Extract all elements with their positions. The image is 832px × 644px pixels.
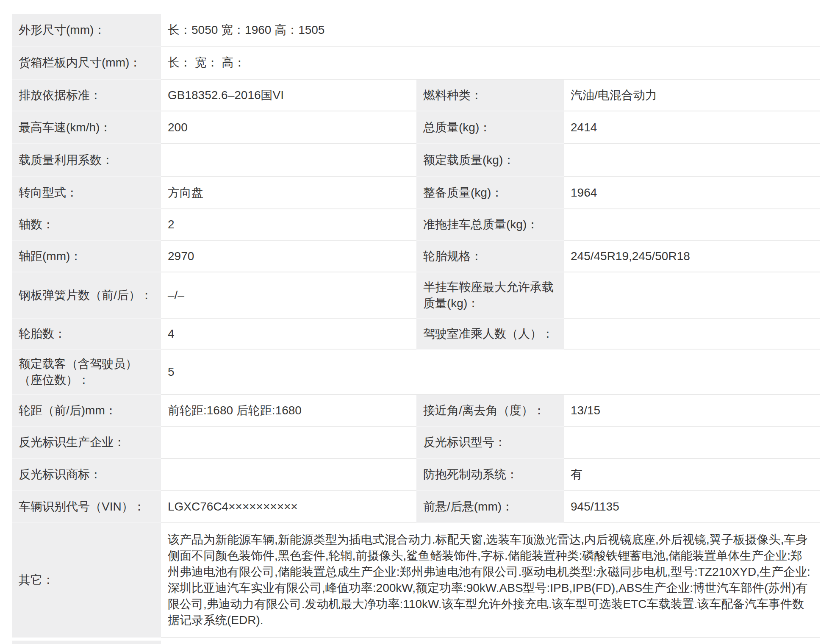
- row-value: [161, 144, 416, 177]
- row-label: 轴数：: [12, 209, 161, 241]
- row-label: 额定载质量(kg)：: [416, 144, 564, 177]
- row-value-text: 4: [168, 326, 175, 342]
- row-label: 货箱栏板内尺寸(mm)：: [12, 47, 161, 80]
- spec-row: 转向型式：方向盘整备质量(kg)：1964: [12, 177, 819, 209]
- row-value-text: 前轮距:1680 后轮距:1680: [168, 402, 302, 419]
- spec-row: 最高车速(km/h)：200总质量(kg)：2414: [12, 111, 819, 144]
- next-row-partial: [12, 641, 820, 644]
- row-value: 方向盘: [161, 177, 416, 209]
- row-label: 轮胎规格：: [416, 241, 564, 272]
- row-label: 准拖挂车总质量(kg)：: [416, 209, 564, 241]
- row-value: [564, 427, 820, 459]
- row-value: 长： 宽： 高：: [161, 47, 820, 80]
- row-label: 排放依据标准：: [12, 80, 161, 111]
- row-value: [161, 427, 416, 459]
- row-value: 4: [161, 319, 416, 350]
- row-label-text: 外形尺寸(mm)：: [19, 22, 105, 38]
- spec-row: 反光标识生产企业：反光标识型号：: [12, 427, 819, 459]
- row-label-text: 额定载客（含驾驶员） （座位数）：: [19, 356, 137, 388]
- row-value-text: 2: [168, 217, 175, 233]
- row-label-text: 转向型式：: [19, 185, 78, 201]
- row-label-text: 整备质量(kg)：: [423, 185, 503, 201]
- row-value-text: GB18352.6–2016国VI: [168, 87, 284, 103]
- row-value-text: 945/1135: [571, 499, 619, 515]
- spec-row: 其它：该产品为新能源车辆,新能源类型为插电式混合动力.标配天窗,选装车顶激光雷达…: [12, 523, 819, 638]
- row-value: 2: [161, 209, 416, 241]
- row-value-text: 13/15: [571, 402, 600, 419]
- row-value: [564, 319, 820, 350]
- row-value-text: 2414: [571, 119, 597, 136]
- row-label: 总质量(kg)：: [416, 111, 564, 144]
- spec-row: 轴距(mm)：2970轮胎规格：245/45R19,245/50R18: [12, 241, 819, 272]
- row-value: [564, 272, 820, 319]
- row-label: 最高车速(km/h)：: [12, 111, 161, 144]
- row-label-text: 其它：: [19, 572, 54, 588]
- row-label-text: 反光标识型号：: [423, 434, 506, 450]
- row-value: [161, 459, 416, 491]
- row-label: 接近角/离去角（度）：: [416, 395, 564, 427]
- row-label: 轮胎数：: [12, 319, 161, 350]
- row-value-text: 该产品为新能源车辆,新能源类型为插电式混合动力.标配天窗,选装车顶激光雷达,内后…: [168, 532, 813, 628]
- row-label-text: 总质量(kg)：: [423, 119, 491, 136]
- row-label: 载质量利用系数：: [12, 144, 161, 177]
- row-value-text: 长：5050 宽：1960 高：1505: [168, 22, 324, 38]
- vehicle-spec-table: 外形尺寸(mm)：长：5050 宽：1960 高：1505货箱栏板内尺寸(mm)…: [12, 14, 820, 638]
- row-label: 反光标识商标：: [12, 459, 161, 491]
- row-label: 钢板弹簧片数（前/后）：: [12, 272, 161, 319]
- spec-row: 排放依据标准：GB18352.6–2016国VI燃料种类：汽油/电混合动力: [12, 80, 819, 111]
- row-value-text: LGXC76C4××××××××××: [168, 499, 298, 515]
- row-value-text: 汽油/电混合动力: [571, 87, 657, 103]
- row-value-text: 245/45R19,245/50R18: [571, 248, 690, 264]
- row-label: 驾驶室准乘人数（人）：: [416, 319, 564, 350]
- spec-row: 额定载客（含驾驶员） （座位数）：5: [12, 350, 819, 395]
- row-value: 汽油/电混合动力: [564, 80, 820, 111]
- row-label: 半挂车鞍座最大允许承载 质量(kg)：: [416, 272, 564, 319]
- row-label-text: 最高车速(km/h)：: [19, 119, 111, 136]
- spec-row: 轴数：2准拖挂车总质量(kg)：: [12, 209, 819, 241]
- row-label-text: 半挂车鞍座最大允许承载 质量(kg)：: [423, 279, 554, 311]
- row-value: 13/15: [564, 395, 820, 427]
- row-label-text: 轮胎规格：: [423, 248, 483, 264]
- row-label: 反光标识生产企业：: [12, 427, 161, 459]
- row-value: 1964: [564, 177, 820, 209]
- row-value-text: 有: [571, 466, 582, 483]
- row-value: 长：5050 宽：1960 高：1505: [161, 14, 820, 47]
- row-value: 5: [161, 350, 820, 395]
- row-label-text: 轮距（前/后)mm：: [19, 402, 117, 419]
- row-value-text: 长： 宽： 高：: [168, 55, 246, 71]
- row-label: 其它：: [12, 523, 161, 638]
- row-value-text: 2970: [168, 248, 194, 264]
- row-label-text: 驾驶室准乘人数（人）：: [423, 326, 554, 342]
- row-label-text: 货箱栏板内尺寸(mm)：: [19, 55, 141, 71]
- row-value: 2414: [564, 111, 820, 144]
- next-row-label-sliver: [12, 641, 161, 644]
- row-label-text: 载质量利用系数：: [19, 152, 114, 168]
- row-label: 防抱死制动系统：: [416, 459, 564, 491]
- row-label-text: 排放依据标准：: [19, 87, 102, 103]
- row-label-text: 燃料种类：: [423, 87, 483, 103]
- spec-row: 轮距（前/后)mm：前轮距:1680 后轮距:1680接近角/离去角（度）：13…: [12, 395, 819, 427]
- row-label-text: 反光标识商标：: [19, 466, 102, 483]
- row-label-text: 接近角/离去角（度）：: [423, 402, 545, 419]
- row-value: GB18352.6–2016国VI: [161, 80, 416, 111]
- row-label: 轮距（前/后)mm：: [12, 395, 161, 427]
- row-label: 整备质量(kg)：: [416, 177, 564, 209]
- row-label: 额定载客（含驾驶员） （座位数）：: [12, 350, 161, 395]
- row-value-text: 200: [168, 119, 188, 136]
- row-value: –/–: [161, 272, 416, 319]
- row-label: 反光标识型号：: [416, 427, 564, 459]
- row-value-text: 1964: [571, 185, 597, 201]
- row-value: LGXC76C4××××××××××: [161, 491, 416, 523]
- spec-row: 货箱栏板内尺寸(mm)：长： 宽： 高：: [12, 47, 819, 80]
- row-label: 前悬/后悬(mm)：: [416, 491, 564, 523]
- row-label-text: 轴数：: [19, 217, 54, 233]
- spec-row: 反光标识商标：防抱死制动系统：有: [12, 459, 819, 491]
- spec-row: 车辆识别代号（VIN）：LGXC76C4××××××××××前悬/后悬(mm)：…: [12, 491, 819, 523]
- row-value: 945/1135: [564, 491, 820, 523]
- row-label-text: 防抱死制动系统：: [423, 466, 518, 483]
- row-value: [564, 209, 820, 241]
- row-label: 车辆识别代号（VIN）：: [12, 491, 161, 523]
- row-value: 245/45R19,245/50R18: [564, 241, 820, 272]
- row-value-text: 5: [168, 364, 175, 380]
- row-label-text: 前悬/后悬(mm)：: [423, 499, 513, 515]
